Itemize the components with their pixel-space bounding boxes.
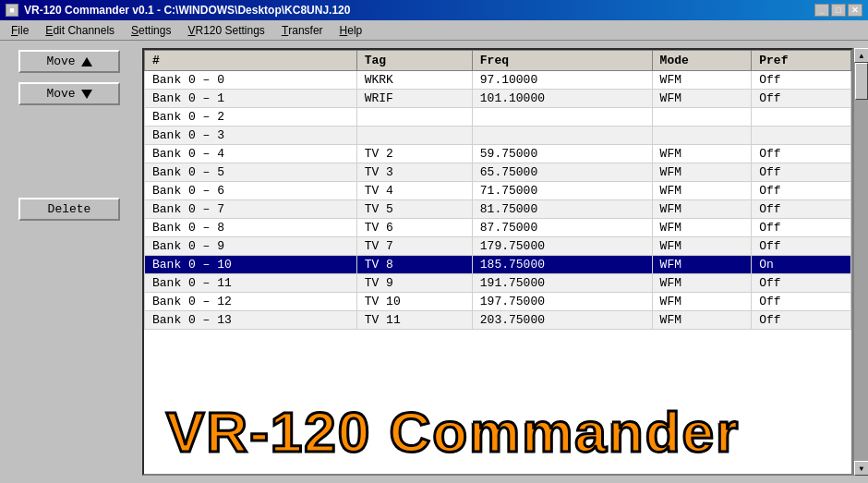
table-cell: Bank 0 – 4: [145, 145, 357, 163]
menu-file[interactable]: File: [4, 22, 36, 39]
table-cell: 179.75000: [472, 237, 652, 256]
table-cell: Off: [752, 163, 851, 182]
table-cell: TV 6: [356, 219, 472, 237]
table-cell: [752, 108, 851, 127]
table-cell: Off: [752, 311, 851, 330]
table-cell: 197.75000: [472, 293, 652, 311]
table-cell: [356, 127, 472, 145]
app-icon: ■: [6, 4, 18, 17]
table-row[interactable]: Bank 0 – 0WKRK97.10000WFMOff: [145, 71, 851, 90]
table-cell: Bank 0 – 10: [145, 256, 357, 274]
scroll-thumb[interactable]: [855, 63, 868, 100]
table-cell: [472, 108, 652, 127]
table-cell: [752, 127, 851, 145]
table-cell: WFM: [652, 311, 752, 330]
close-button[interactable]: ✕: [848, 4, 862, 17]
table-cell: 81.75000: [472, 200, 652, 219]
table-cell: WFM: [652, 256, 752, 274]
table-row[interactable]: Bank 0 – 2: [145, 108, 851, 127]
table-cell: TV 5: [356, 200, 472, 219]
col-header-num: #: [145, 51, 357, 71]
table-cell: Bank 0 – 2: [145, 108, 357, 127]
table-cell: 203.75000: [472, 311, 652, 330]
table-cell: Bank 0 – 8: [145, 219, 357, 237]
table-cell: 71.75000: [472, 182, 652, 200]
table-area: # Tag Freq Mode Pref Bank 0 – 0WKRK97.10…: [139, 41, 868, 483]
table-cell: 97.10000: [472, 71, 652, 90]
table-cell: WFM: [652, 293, 752, 311]
table-cell: WFM: [652, 182, 752, 200]
table-cell: 65.75000: [472, 163, 652, 182]
table-cell: Off: [752, 71, 851, 90]
menu-help[interactable]: Help: [332, 22, 370, 39]
table-row[interactable]: Bank 0 – 9TV 7179.75000WFMOff: [145, 237, 851, 256]
table-row[interactable]: Bank 0 – 7TV 581.75000WFMOff: [145, 200, 851, 219]
scroll-track[interactable]: [854, 63, 868, 461]
table-row[interactable]: Bank 0 – 11TV 9191.75000WFMOff: [145, 274, 851, 293]
maximize-button[interactable]: □: [831, 4, 846, 17]
delete-button[interactable]: Delete: [18, 198, 120, 221]
table-cell: WFM: [652, 71, 752, 90]
col-header-freq: Freq: [472, 51, 652, 71]
table-cell: On: [752, 256, 851, 274]
table-row[interactable]: Bank 0 – 13TV 11203.75000WFMOff: [145, 311, 851, 330]
table-cell: 185.75000: [472, 256, 652, 274]
delete-label: Delete: [48, 202, 91, 216]
left-panel: Move Move Delete: [0, 41, 139, 483]
table-cell: 191.75000: [472, 274, 652, 293]
table-cell: Bank 0 – 6: [145, 182, 357, 200]
table-cell: Off: [752, 274, 851, 293]
table-cell: Off: [752, 219, 851, 237]
table-cell: TV 9: [356, 274, 472, 293]
table-cell: TV 7: [356, 237, 472, 256]
channel-table-container: # Tag Freq Mode Pref Bank 0 – 0WKRK97.10…: [142, 48, 853, 476]
table-cell: Off: [752, 237, 851, 256]
col-header-tag: Tag: [356, 51, 472, 71]
table-cell: Off: [752, 293, 851, 311]
table-cell: WRIF: [356, 90, 472, 108]
table-cell: WFM: [652, 237, 752, 256]
move-up-button[interactable]: Move: [18, 50, 120, 73]
table-cell: Bank 0 – 11: [145, 274, 357, 293]
scroll-down-button[interactable]: ▼: [854, 461, 868, 476]
menu-edit-channels[interactable]: Edit Channels: [38, 22, 122, 39]
table-cell: Bank 0 – 3: [145, 127, 357, 145]
table-cell: WKRK: [356, 71, 472, 90]
move-down-button[interactable]: Move: [18, 82, 120, 105]
table-cell: TV 11: [356, 311, 472, 330]
move-up-label: Move: [46, 54, 75, 68]
scroll-up-button[interactable]: ▲: [854, 48, 868, 63]
table-row[interactable]: Bank 0 – 8TV 687.75000WFMOff: [145, 219, 851, 237]
table-cell: [652, 127, 752, 145]
table-cell: Bank 0 – 1: [145, 90, 357, 108]
table-cell: TV 2: [356, 145, 472, 163]
table-cell: Off: [752, 145, 851, 163]
col-header-pref: Pref: [752, 51, 851, 71]
table-cell: 59.75000: [472, 145, 652, 163]
table-row[interactable]: Bank 0 – 4TV 259.75000WFMOff: [145, 145, 851, 163]
minimize-button[interactable]: _: [814, 4, 829, 17]
table-row[interactable]: Bank 0 – 5TV 365.75000WFMOff: [145, 163, 851, 182]
table-row[interactable]: Bank 0 – 1WRIF101.10000WFMOff: [145, 90, 851, 108]
table-cell: Off: [752, 182, 851, 200]
table-cell: 87.75000: [472, 219, 652, 237]
table-row[interactable]: Bank 0 – 3: [145, 127, 851, 145]
table-cell: Bank 0 – 13: [145, 311, 357, 330]
arrow-down-icon: [81, 90, 92, 99]
arrow-up-icon: [81, 57, 92, 66]
menu-transfer[interactable]: Transfer: [274, 22, 331, 39]
table-cell: WFM: [652, 90, 752, 108]
scrollbar[interactable]: ▲ ▼: [853, 48, 868, 476]
table-row[interactable]: Bank 0 – 12TV 10197.75000WFMOff: [145, 293, 851, 311]
table-cell: Bank 0 – 5: [145, 163, 357, 182]
menu-settings[interactable]: Settings: [124, 22, 178, 39]
table-row[interactable]: Bank 0 – 10TV 8185.75000WFMOn: [145, 256, 851, 274]
table-row[interactable]: Bank 0 – 6TV 471.75000WFMOff: [145, 182, 851, 200]
table-cell: WFM: [652, 200, 752, 219]
table-cell: [472, 127, 652, 145]
table-cell: [356, 108, 472, 127]
table-cell: WFM: [652, 274, 752, 293]
menu-bar: File Edit Channels Settings VR120 Settin…: [0, 20, 868, 41]
menu-vr120-settings[interactable]: VR120 Settings: [180, 22, 271, 39]
table-cell: Bank 0 – 7: [145, 200, 357, 219]
